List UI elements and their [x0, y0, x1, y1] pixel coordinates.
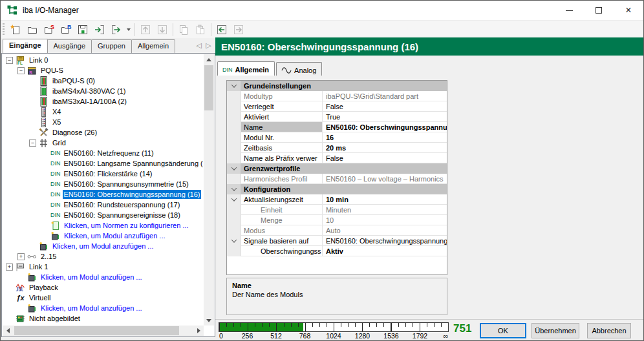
- din-badge: DIN: [50, 160, 61, 167]
- gauge-bar: [219, 322, 449, 332]
- din-badge: DIN: [50, 212, 61, 218]
- save-icon[interactable]: [74, 22, 91, 37]
- scroll-right-icon[interactable]: [193, 326, 204, 336]
- scrollbar-thumb[interactable]: [204, 65, 213, 110]
- tree-item-ibams4xai[interactable]: ibaMS4xAI-380VAC (1): [2, 86, 204, 96]
- app-icon: [6, 5, 18, 16]
- collapse-icon[interactable]: [29, 140, 36, 147]
- expand-icon[interactable]: [17, 253, 25, 260]
- property-grid: Grundeinstellungen Modultyp ibaPQU-S\Gri…: [226, 80, 447, 275]
- maximize-button[interactable]: [584, 1, 614, 20]
- description-text: Der Name des Moduls: [232, 291, 303, 298]
- property-row-einheit[interactable]: Einheit Minuten: [227, 205, 447, 215]
- toolbar-separator: [211, 23, 211, 36]
- tree-item-diagnose[interactable]: Diagnose (26): [2, 127, 204, 138]
- scroll-left-icon[interactable]: [3, 326, 13, 336]
- tree-link-add-module[interactable]: Klicken, um Modul anzufügen ...: [2, 231, 204, 241]
- tree-item-address-range[interactable]: 2..15: [2, 251, 204, 262]
- open-config-icon[interactable]: [24, 22, 41, 37]
- link-icon: FL: [16, 56, 25, 65]
- grid-section-grundeinstellungen[interactable]: Grundeinstellungen: [227, 81, 447, 91]
- bottom-bar: 0 256 512 768 1024 1280 1536 1792 ∞ 751 …: [215, 319, 644, 341]
- property-row-zeitbasis[interactable]: Zeitbasis 20 ms: [227, 143, 447, 153]
- property-row-modultyp[interactable]: Modultyp ibaPQU-S\Grid\Standard part: [227, 91, 447, 101]
- grid-section-konfiguration[interactable]: Konfiguration: [227, 184, 447, 194]
- apply-button[interactable]: Übernehmen: [531, 323, 579, 338]
- import-icon[interactable]: [91, 22, 108, 37]
- collapse-icon[interactable]: [17, 67, 25, 74]
- tab-eingaenge[interactable]: Eingänge: [3, 39, 48, 53]
- tree-item-link1[interactable]: Link 1: [2, 262, 204, 272]
- window-title: iba I/O-Manager: [23, 6, 79, 15]
- nav-back-icon[interactable]: [213, 22, 230, 37]
- scroll-up-icon[interactable]: [204, 54, 214, 65]
- property-row-signale-basieren-auf[interactable]: Signale basieren auf EN50160: Oberschwin…: [227, 236, 447, 246]
- move-up-icon: [137, 22, 154, 37]
- tree-item-spannungsunsymmetrie[interactable]: DIN EN50160: Spannungsunsymmetrie (15): [2, 179, 204, 189]
- tree-item-ibams3xai[interactable]: ibaMS3xAI-1A/100A (2): [2, 96, 204, 107]
- tree-item-spannungsereignisse[interactable]: DIN EN50160: Spannungsereignisse (18): [2, 210, 204, 220]
- tree-item-playback[interactable]: Playback: [2, 282, 204, 293]
- property-row-name[interactable]: Name EN50160: Oberschwingungsspannung: [227, 122, 447, 132]
- tree-item-oberschwingungsspannung-selected[interactable]: DIN EN50160: Oberschwingungsspannung (16…: [2, 189, 204, 200]
- tree-item-langsame-spannungsaenderung[interactable]: DIN EN50160: Langsame Spannungsänderung …: [2, 158, 204, 169]
- paste-icon: [192, 22, 209, 37]
- chevron-down-icon: [231, 196, 236, 201]
- open-config-b-icon[interactable]: B: [58, 22, 74, 37]
- export-icon[interactable]: [108, 22, 125, 37]
- tree-vertical-scrollbar[interactable]: [204, 54, 214, 326]
- tab-ausgaenge[interactable]: Ausgänge: [47, 39, 92, 53]
- tree-item-link0[interactable]: FL Link 0: [2, 55, 204, 65]
- tree-item-pqus[interactable]: S PQU-S: [2, 65, 204, 76]
- title-bar: iba I/O-Manager: [1, 1, 643, 20]
- minimize-button[interactable]: [554, 1, 584, 20]
- property-row-aktualisierungszeit[interactable]: Aktualisierungszeit 10 min: [227, 194, 447, 205]
- open-config-s-icon[interactable]: S: [41, 22, 58, 37]
- property-row-aktiviert[interactable]: Aktiviert True: [227, 112, 447, 122]
- module-detail-panel: EN50160: Oberschwingungsspannung (16) DI…: [215, 37, 644, 341]
- property-row-verriegelt[interactable]: Verriegelt False: [227, 101, 447, 112]
- new-config-icon[interactable]: [7, 22, 24, 37]
- tab-allgemein[interactable]: Allgemein: [131, 39, 175, 53]
- scrollbar-thumb[interactable]: [14, 326, 179, 335]
- chevron-down-icon: [127, 28, 131, 31]
- tree-link-add-module[interactable]: Klicken, um Modul anzufügen ...: [2, 272, 204, 282]
- tree-link-add-module[interactable]: Klicken, um Modul anzufügen ...: [2, 303, 204, 313]
- diagnostics-tools-icon: [39, 128, 48, 138]
- tree-item-rundsteuerspannung[interactable]: DIN EN50160: Rundsteuerspannung (17): [2, 200, 204, 210]
- app-window: iba I/O-Manager S B: [0, 0, 644, 341]
- tree-item-x5[interactable]: X5: [2, 117, 204, 127]
- property-row-menge[interactable]: Menge 10: [227, 215, 447, 225]
- tree-item-grid[interactable]: Grid: [2, 138, 204, 148]
- tree-item-flickerstaerke[interactable]: DIN EN50160: Flickerstärke (14): [2, 169, 204, 179]
- tab-scroll-left-icon[interactable]: [195, 41, 203, 50]
- link-icon: [16, 262, 25, 272]
- tree-item-ibapqus[interactable]: ibaPQU-S (0): [2, 76, 204, 86]
- grid-section-grenzwertprofile[interactable]: Grenzwertprofile: [227, 163, 447, 174]
- tree-item-virtuell[interactable]: Virtuell: [2, 293, 204, 303]
- close-button[interactable]: [614, 1, 643, 20]
- property-row-harmonisches-profil[interactable]: Harmonisches Profil EN50160 – Low voltag…: [227, 174, 447, 184]
- expand-icon[interactable]: [6, 264, 13, 271]
- tab-din-allgemein[interactable]: DIN Allgemein: [217, 61, 275, 76]
- property-row-modus[interactable]: Modus Auto: [227, 225, 447, 236]
- svg-text:S: S: [50, 24, 54, 30]
- collapse-icon[interactable]: [6, 57, 13, 64]
- export-dropdown-caret[interactable]: [125, 22, 133, 37]
- tree-link-add-module[interactable]: Klicken, um Modul anzufügen ...: [2, 241, 204, 251]
- toolbar-separator: [173, 23, 173, 36]
- tree-item-x4[interactable]: X4: [2, 107, 204, 117]
- tree-item-netzfrequenz[interactable]: DIN EN50160: Netzfrequenz (11): [2, 148, 204, 158]
- tab-gruppen[interactable]: Gruppen: [91, 39, 132, 53]
- tab-analog[interactable]: Analog: [276, 62, 322, 76]
- scroll-down-icon[interactable]: [204, 315, 214, 326]
- cancel-button[interactable]: Abbrechen: [587, 323, 631, 338]
- tree-horizontal-scrollbar[interactable]: [3, 326, 204, 336]
- property-row-name-als-praefix[interactable]: Name als Präfix verwer False: [227, 153, 447, 163]
- tab-scroll-right-icon[interactable]: [204, 41, 213, 50]
- tree-item-nicht-abgebildet[interactable]: Nicht abgebildet: [2, 313, 204, 324]
- property-row-oberschwingungss[interactable]: Oberschwingungss Aktiv: [227, 246, 447, 256]
- tree-link-configure-norms[interactable]: Klicken, um Normen zu konfigurieren ...: [2, 220, 204, 231]
- property-row-modul-nr[interactable]: Modul Nr. 16: [227, 132, 447, 143]
- ok-button[interactable]: OK: [480, 323, 526, 338]
